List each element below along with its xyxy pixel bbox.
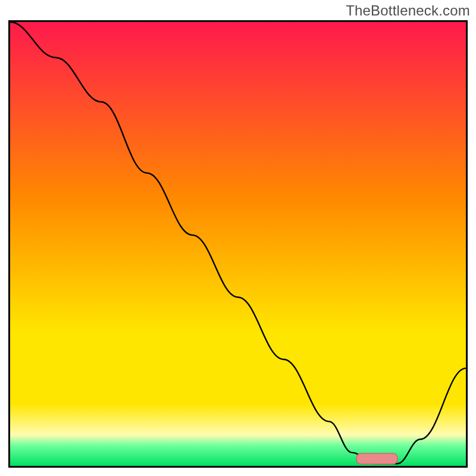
gradient-background xyxy=(10,22,466,466)
optimal-marker xyxy=(356,453,397,464)
bottleneck-chart-stage: TheBottleneck.com xyxy=(0,0,476,476)
watermark-text: TheBottleneck.com xyxy=(346,2,470,19)
plot-svg xyxy=(10,22,466,466)
plot-frame xyxy=(8,20,468,468)
